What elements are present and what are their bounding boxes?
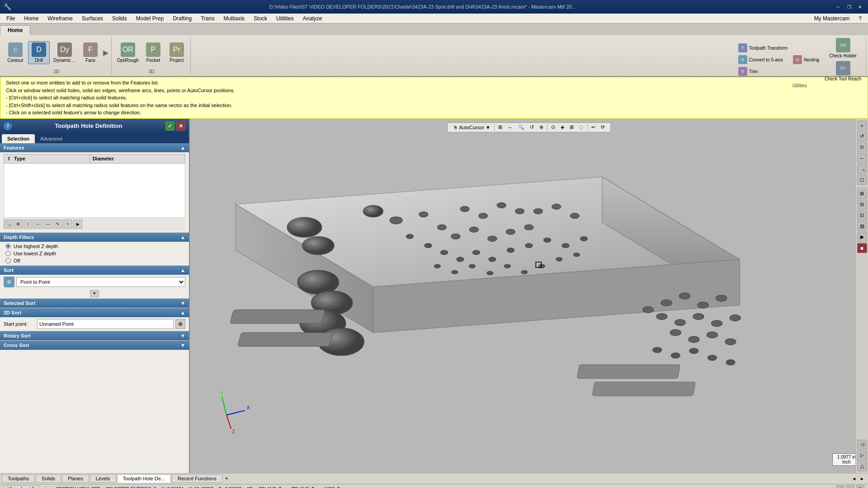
depth-filters-header[interactable]: Depth Filters [0,233,189,242]
vp-tool-11[interactable]: ⟳ [599,124,607,130]
radio-lowest-z[interactable]: Use lowest Z depth [5,251,184,256]
tab-planes[interactable]: Planes [62,474,89,483]
menu-model-prep[interactable]: Model Prep [132,14,168,23]
menu-utilities[interactable]: Utilities [272,14,298,23]
tab-toolpaths[interactable]: Toolpaths [2,474,35,483]
2d-sort-header[interactable]: 2D Sort [0,308,189,317]
menu-my-mastercam[interactable]: My Mastercam [810,14,854,23]
rt-btn-3[interactable]: ⊙ [857,142,867,152]
start-point-pick-btn[interactable]: ⊕ [175,319,185,329]
scroll-left-btn[interactable]: ◄ [850,476,858,481]
rt-btn-6[interactable]: ◻ [857,175,867,185]
vp-tool-3[interactable]: 🔍 [516,124,526,130]
feat-btn-1[interactable]: 🔍 [4,220,13,229]
ribbon-btn-contour[interactable]: C Contour [5,42,26,64]
rt-btn-5[interactable]: 🔍 [857,164,867,174]
feat-btn-6[interactable]: ✎ [53,220,62,229]
restore-button[interactable]: ❐ [844,2,854,11]
feat-btn-5[interactable]: — [43,220,52,229]
viewsheet-label[interactable]: Viewsheet 1 [4,486,39,488]
rt-btn-10[interactable]: ▤ [857,221,867,231]
sort-select[interactable]: Point to Point [16,277,185,287]
status-btn-3[interactable]: ⊞ [856,485,864,488]
vp-tool-10[interactable]: ↩ [590,124,597,130]
feat-btn-3[interactable]: ↕ [24,220,33,229]
ribbon-btn-convert-5axis[interactable]: 5 Convert to 5-axis [736,54,790,65]
rt-btn-7[interactable]: ⊞ [857,189,867,199]
vp-tool-6[interactable]: ⊙ [549,124,557,130]
feat-btn-4[interactable]: ↔ [33,220,42,229]
ribbon-btn-project[interactable]: Pr Project [166,42,188,64]
sort-header[interactable]: Sort [0,266,189,275]
ribbon-btn-toolpath-transform[interactable]: T Toolpath Transform [736,42,790,53]
tab-home[interactable]: Home [0,25,30,35]
ribbon-btn-drill[interactable]: D Drill [28,41,50,64]
sort-expand-btn[interactable]: ▼ [90,290,99,297]
menu-drafting[interactable]: Drafting [168,14,196,23]
ribbon-more-2d[interactable]: ▶ [103,48,108,57]
ribbon-btn-pocket[interactable]: P Pocket [142,42,164,64]
menu-surfaces[interactable]: Surfaces [77,14,108,23]
rt-btn-9[interactable]: ⊡ [857,211,867,221]
panel-ok-button[interactable]: ✓ [165,122,175,131]
rt-btn-1[interactable]: + [857,121,867,131]
viewsheet-add[interactable]: + [42,487,49,488]
tab-toolpath-hole-def[interactable]: Toolpath Hole De... [117,474,171,483]
close-button[interactable]: ✕ [855,2,864,11]
feat-btn-2[interactable]: ⚙ [14,220,23,229]
ribbon-btn-check-holder[interactable]: CH Check Holder [823,37,863,59]
tab-advanced[interactable]: Advanced [35,134,68,143]
vp-tool-4[interactable]: ↺ [528,124,536,130]
ribbon-btn-trim[interactable]: Tr Trim [736,66,790,77]
help-icon[interactable]: ? [4,122,12,130]
rt-btn-2[interactable]: ↺ [857,131,867,141]
vp-tool-1[interactable]: ⊞ [496,124,504,130]
rt-btn-12[interactable]: ■ [857,243,867,253]
ribbon-btn-nesting[interactable]: N Nesting [791,54,821,65]
rt-btn-11[interactable]: ▶ [857,232,867,242]
rt-btn-8[interactable]: ⊟ [857,200,867,210]
panel-cancel-button[interactable]: ✕ [176,122,185,131]
scroll-right-btn[interactable]: ► [858,476,866,481]
tab-add-btn[interactable]: + [225,475,228,482]
menu-multiaxis[interactable]: Multiaxis [219,14,249,23]
feat-btn-7[interactable]: + [63,220,72,229]
features-section-header[interactable]: Features [0,143,189,152]
autocursor-btn[interactable]: 🖱 AutoCursor ▼ [451,125,492,130]
radio-highest-z[interactable]: Use highest Z depth [5,244,184,249]
ribbon-btn-face[interactable]: F Face [80,42,101,64]
rotary-sort-header[interactable]: Rotary Sort [0,331,189,340]
status-btn-2[interactable]: ▷ [846,485,854,488]
status-btn-1[interactable]: ◻ [836,485,844,488]
vp-tool-8[interactable]: ⊞ [568,124,576,130]
radio-off[interactable]: Off [5,258,184,263]
vp-tool-9[interactable]: ◌ [577,124,585,130]
rt-btn-15[interactable]: △ [857,461,867,471]
menu-home[interactable]: Home [19,14,43,23]
tab-levels[interactable]: Levels [90,474,116,483]
vp-tool-7[interactable]: ◈ [559,124,566,130]
rt-btn-13[interactable]: ◁ [857,440,867,450]
vp-tool-2[interactable]: ↔ [506,125,514,130]
viewport[interactable]: 🖱 AutoCursor ▼ ⊞ ↔ 🔍 ↺ ⊕ ⊙ ◈ ⊞ ◌ ↩ ⟳ [190,119,868,473]
menu-trans[interactable]: Trans [196,14,219,23]
selected-sort-header[interactable]: Selected Sort [0,299,189,308]
tab-solids[interactable]: Solids [36,474,61,483]
minimize-button[interactable]: ─ [834,2,843,11]
rt-btn-4[interactable]: ↔ [857,153,867,163]
cross-sort-header[interactable]: Cross Sort [0,341,189,350]
ribbon-btn-optirough[interactable]: OR OptiRough [115,42,141,64]
start-point-input[interactable] [37,319,174,329]
ribbon-btn-dynamic[interactable]: Dy Dynamic ... [52,42,78,64]
ribbon-btn-check-tool-reach[interactable]: CT Check Tool Reach [823,60,863,82]
menu-analyze[interactable]: Analyze [298,14,327,23]
menu-file[interactable]: File [2,14,19,23]
menu-wireframe[interactable]: Wireframe [43,14,77,23]
tab-recent-functions[interactable]: Recent Functions [172,474,222,483]
tab-selection[interactable]: Selection [2,134,35,143]
menu-stock[interactable]: Stock [249,14,272,23]
menu-solids[interactable]: Solids [108,14,132,23]
rt-btn-14[interactable]: ▷ [857,450,867,460]
feat-btn-8[interactable]: ▶ [73,220,82,229]
menu-help[interactable]: ? [854,14,866,23]
